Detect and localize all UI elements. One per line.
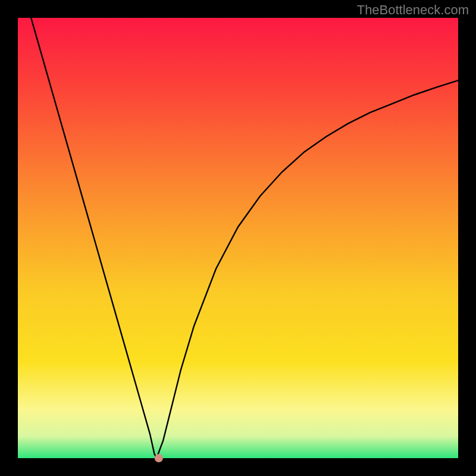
bottleneck-chart [0, 0, 476, 476]
watermark-text: TheBottleneck.com [357, 2, 469, 18]
plot-background [18, 18, 458, 458]
chart-container: TheBottleneck.com [0, 0, 476, 476]
minimum-marker [155, 454, 163, 462]
